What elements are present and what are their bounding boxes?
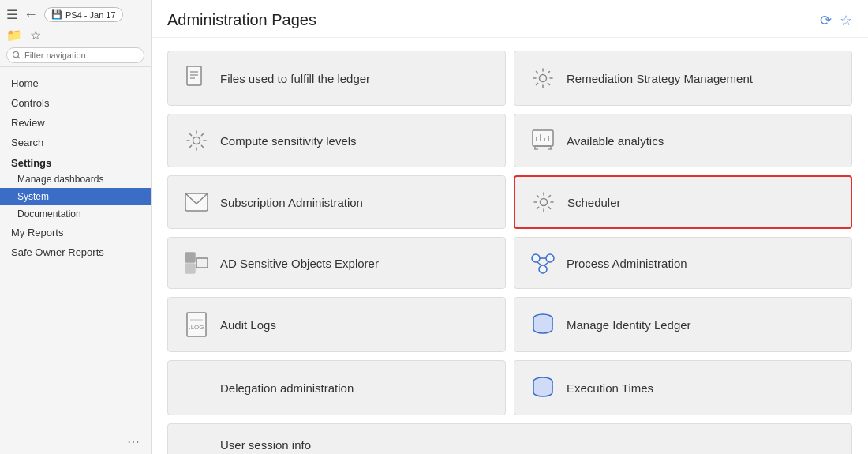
settings-section-label: Settings xyxy=(0,152,151,171)
sidebar-collapse-icon[interactable]: ⋯ xyxy=(0,430,151,454)
sidebar-nav: Home Controls Review Search Settings Man… xyxy=(0,67,151,430)
favorite-icon[interactable]: ☆ xyxy=(840,12,852,29)
card-remediation[interactable]: Remediation Strategy Management xyxy=(514,51,852,106)
svg-rect-0 xyxy=(187,66,201,85)
svg-point-21 xyxy=(532,254,540,262)
svg-point-5 xyxy=(193,137,200,144)
sidebar-item-documentation[interactable]: Documentation xyxy=(0,205,151,223)
folder-icon[interactable]: 📁 xyxy=(6,28,22,43)
sidebar-item-controls[interactable]: Controls xyxy=(0,93,151,113)
card-manage-identity[interactable]: Manage Identity Ledger xyxy=(514,297,852,352)
svg-rect-20 xyxy=(196,258,208,268)
card-compute-sensitivity-label: Compute sensitivity levels xyxy=(220,134,357,148)
ad-icon xyxy=(184,252,209,274)
card-available-analytics[interactable]: Available analytics xyxy=(514,114,852,167)
card-user-session-label: User session info xyxy=(220,438,311,452)
card-process-admin[interactable]: Process Administration xyxy=(514,237,852,289)
sidebar-item-my-reports[interactable]: My Reports xyxy=(0,223,151,242)
context-tag[interactable]: 💾 PS4 - Jan 17 xyxy=(44,7,123,22)
card-delegation-admin-label: Delegation administration xyxy=(220,381,354,395)
analytics-icon xyxy=(530,129,556,152)
page-title: Administration Pages xyxy=(167,11,316,29)
card-delegation-admin[interactable]: Delegation administration xyxy=(167,360,506,415)
card-subscription-admin-label: Subscription Administration xyxy=(220,196,363,209)
card-files-ledger[interactable]: Files used to fulfill the ledger xyxy=(167,51,506,106)
card-remediation-label: Remediation Strategy Management xyxy=(567,72,753,85)
card-available-analytics-label: Available analytics xyxy=(567,134,664,148)
card-ad-sensitive-label: AD Sensitive Objects Explorer xyxy=(220,257,379,270)
sidebar-top: ☰ ← 💾 PS4 - Jan 17 📁 ☆ xyxy=(0,0,151,67)
database-execution-icon xyxy=(530,375,556,400)
log-icon: .LOG xyxy=(184,312,209,337)
main-header: Administration Pages ⟳ ☆ xyxy=(152,0,868,38)
back-icon[interactable]: ← xyxy=(24,6,38,23)
svg-line-25 xyxy=(537,262,541,265)
search-input[interactable] xyxy=(6,47,144,63)
card-compute-sensitivity[interactable]: Compute sensitivity levels xyxy=(167,114,506,167)
sidebar-item-search[interactable]: Search xyxy=(0,133,151,152)
svg-line-26 xyxy=(544,262,548,265)
sidebar: ☰ ← 💾 PS4 - Jan 17 📁 ☆ Home Controls Rev… xyxy=(0,0,152,454)
sidebar-icons-row2: 📁 ☆ xyxy=(6,28,144,43)
svg-point-4 xyxy=(540,75,547,82)
sidebar-item-manage-dashboards[interactable]: Manage dashboards xyxy=(0,171,151,188)
svg-point-22 xyxy=(546,254,554,262)
main-content: Administration Pages ⟳ ☆ Files used to f… xyxy=(152,0,868,454)
svg-rect-18 xyxy=(185,253,195,262)
sidebar-icons-row: ☰ ← 💾 PS4 - Jan 17 xyxy=(6,6,144,23)
envelope-icon xyxy=(184,192,209,212)
doc-icon xyxy=(184,66,209,91)
sidebar-item-review[interactable]: Review xyxy=(0,113,151,133)
card-ad-sensitive[interactable]: AD Sensitive Objects Explorer xyxy=(167,237,506,289)
svg-rect-19 xyxy=(185,264,195,273)
card-files-ledger-label: Files used to fulfill the ledger xyxy=(220,72,370,85)
card-execution-times-label: Execution Times xyxy=(567,381,653,395)
card-subscription-admin[interactable]: Subscription Administration xyxy=(167,175,506,229)
card-scheduler-label: Scheduler xyxy=(567,196,621,209)
gear-remediation-icon xyxy=(530,67,556,89)
card-manage-identity-label: Manage Identity Ledger xyxy=(567,318,691,332)
gear-sensitivity-icon xyxy=(184,129,209,152)
sidebar-item-safe-owner-reports[interactable]: Safe Owner Reports xyxy=(0,242,151,262)
svg-point-23 xyxy=(539,265,547,273)
card-user-session[interactable]: User session info xyxy=(167,423,852,454)
svg-rect-6 xyxy=(533,130,553,146)
card-execution-times[interactable]: Execution Times xyxy=(514,360,852,415)
database-identity-icon xyxy=(530,312,556,337)
svg-text:.LOG: .LOG xyxy=(189,324,204,331)
process-icon xyxy=(530,252,556,274)
sidebar-item-home[interactable]: Home xyxy=(0,73,151,93)
admin-grid: Files used to fulfill the ledger Remedia… xyxy=(152,38,868,454)
card-process-admin-label: Process Administration xyxy=(567,257,687,270)
hamburger-icon[interactable]: ☰ xyxy=(6,7,17,22)
card-scheduler[interactable]: Scheduler xyxy=(514,175,852,229)
svg-point-17 xyxy=(541,199,548,206)
card-audit-logs-label: Audit Logs xyxy=(220,318,276,332)
gear-scheduler-icon xyxy=(531,191,556,213)
card-audit-logs[interactable]: .LOG Audit Logs xyxy=(167,297,506,352)
header-icons: ⟳ ☆ xyxy=(820,12,852,29)
star-sidebar-icon[interactable]: ☆ xyxy=(30,28,41,43)
context-tag-label: PS4 - Jan 17 xyxy=(65,10,116,20)
refresh-icon[interactable]: ⟳ xyxy=(820,12,832,29)
sidebar-item-system[interactable]: System xyxy=(0,188,151,205)
